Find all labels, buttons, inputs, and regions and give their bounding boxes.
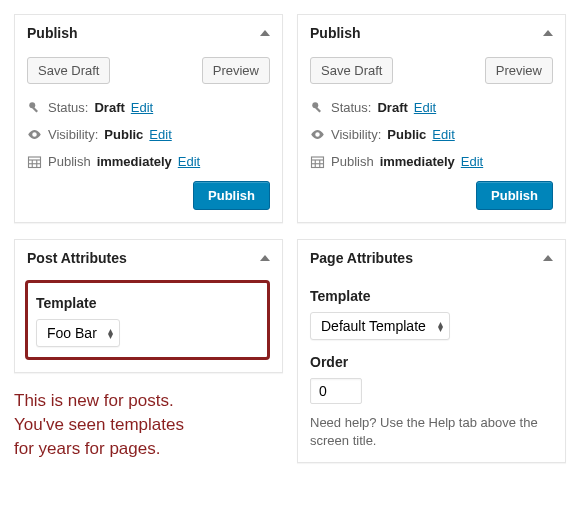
visibility-edit-link[interactable]: Edit: [432, 127, 454, 142]
status-label: Status:: [331, 100, 371, 115]
preview-button[interactable]: Preview: [485, 57, 553, 84]
visibility-row: Visibility: Public Edit: [310, 121, 553, 148]
schedule-value: immediately: [380, 154, 455, 169]
triangle-up-icon: [260, 255, 270, 261]
preview-button[interactable]: Preview: [202, 57, 270, 84]
triangle-up-icon: [260, 30, 270, 36]
svg-rect-1: [32, 107, 38, 113]
schedule-edit-link[interactable]: Edit: [178, 154, 200, 169]
schedule-row: Publish immediately Edit: [310, 148, 553, 175]
annotation-line: You've seen templates: [14, 413, 283, 437]
visibility-label: Visibility:: [331, 127, 381, 142]
status-edit-link[interactable]: Edit: [131, 100, 153, 115]
panel-body: Save Draft Preview Status: Draft Edit Vi…: [15, 51, 282, 222]
schedule-edit-link[interactable]: Edit: [461, 154, 483, 169]
eye-icon: [310, 127, 325, 142]
annotation-text: This is new for posts. You've seen templ…: [14, 389, 283, 460]
key-icon: [310, 100, 325, 115]
schedule-label: Publish: [331, 154, 374, 169]
annotation-line: This is new for posts.: [14, 389, 283, 413]
template-select-wrap: Foo Bar ▴▾: [36, 319, 120, 347]
schedule-value: immediately: [97, 154, 172, 169]
visibility-row: Visibility: Public Edit: [27, 121, 270, 148]
panel-toggle[interactable]: Publish: [298, 15, 565, 51]
order-label: Order: [310, 354, 553, 370]
publish-button[interactable]: Publish: [193, 181, 270, 210]
panel-title: Publish: [310, 25, 361, 41]
status-row: Status: Draft Edit: [27, 94, 270, 121]
publish-panel-post: Publish Save Draft Preview Status: Draft…: [14, 14, 283, 223]
template-select-wrap: Default Template ▴▾: [310, 312, 450, 340]
panel-toggle[interactable]: Publish: [15, 15, 282, 51]
svg-rect-2: [29, 157, 41, 168]
eye-icon: [27, 127, 42, 142]
panel-toggle[interactable]: Post Attributes: [15, 240, 282, 276]
publish-panel-page: Publish Save Draft Preview Status: Draft…: [297, 14, 566, 223]
post-attributes-panel: Post Attributes Template Foo Bar ▴▾: [14, 239, 283, 373]
svg-rect-8: [315, 107, 321, 113]
triangle-up-icon: [543, 30, 553, 36]
schedule-row: Publish immediately Edit: [27, 148, 270, 175]
annotation-line: for years for pages.: [14, 437, 283, 461]
status-edit-link[interactable]: Edit: [414, 100, 436, 115]
publish-button[interactable]: Publish: [476, 181, 553, 210]
template-label: Template: [36, 295, 259, 311]
status-value: Draft: [94, 100, 124, 115]
triangle-up-icon: [543, 255, 553, 261]
svg-rect-9: [312, 157, 324, 168]
visibility-value: Public: [104, 127, 143, 142]
svg-point-7: [312, 102, 318, 108]
key-icon: [27, 100, 42, 115]
order-input[interactable]: [310, 378, 362, 404]
page-attributes-panel: Page Attributes Template Default Templat…: [297, 239, 566, 463]
status-label: Status:: [48, 100, 88, 115]
calendar-icon: [310, 154, 325, 169]
save-draft-button[interactable]: Save Draft: [27, 57, 110, 84]
highlight-box: Template Foo Bar ▴▾: [25, 280, 270, 360]
panel-toggle[interactable]: Page Attributes: [298, 240, 565, 276]
panel-title: Publish: [27, 25, 78, 41]
status-row: Status: Draft Edit: [310, 94, 553, 121]
panel-title: Page Attributes: [310, 250, 413, 266]
template-select[interactable]: Foo Bar: [36, 319, 120, 347]
visibility-label: Visibility:: [48, 127, 98, 142]
save-draft-button[interactable]: Save Draft: [310, 57, 393, 84]
status-value: Draft: [377, 100, 407, 115]
visibility-edit-link[interactable]: Edit: [149, 127, 171, 142]
panel-title: Post Attributes: [27, 250, 127, 266]
template-select[interactable]: Default Template: [310, 312, 450, 340]
help-text: Need help? Use the Help tab above the sc…: [310, 414, 553, 450]
schedule-label: Publish: [48, 154, 91, 169]
calendar-icon: [27, 154, 42, 169]
visibility-value: Public: [387, 127, 426, 142]
template-label: Template: [310, 288, 553, 304]
